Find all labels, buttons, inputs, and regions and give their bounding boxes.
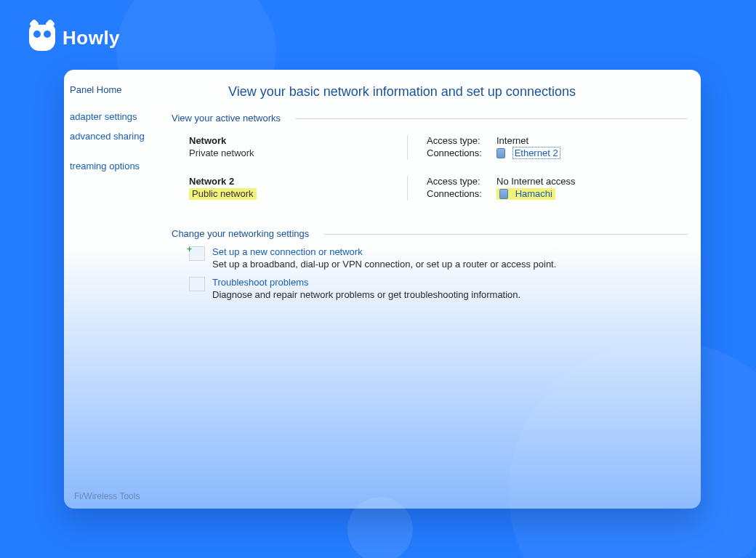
main-content: View your basic network information and … <box>166 70 701 509</box>
network-type: Public network <box>189 188 407 199</box>
nic-icon <box>499 189 508 199</box>
active-networks-header: View your active networks <box>172 113 688 124</box>
sidebar-item-streaming[interactable]: treaming options <box>64 156 161 176</box>
connection-link-ethernet[interactable]: Ethernet 2 <box>512 147 560 159</box>
connections-label: Connections: <box>427 188 496 199</box>
access-type-label: Access type: <box>427 176 496 187</box>
network-name: Network 2 <box>189 176 407 187</box>
network-type: Private network <box>189 147 407 158</box>
sidebar: Panel Home adapter settings advanced sha… <box>64 70 166 509</box>
owl-icon <box>29 25 55 51</box>
sidebar-item-adapter[interactable]: adapter settings <box>64 107 161 126</box>
brand-word: Howly <box>63 27 120 49</box>
active-networks: Network Private network Access type: Int… <box>172 131 688 212</box>
footer-text: Fi/Wireless Tools <box>74 491 140 501</box>
setting-link[interactable]: Troubleshoot problems <box>212 277 520 288</box>
network-row: Network Private network Access type: Int… <box>172 131 688 171</box>
new-connection-icon <box>189 246 205 261</box>
change-settings-header: Change your networking settings <box>172 228 688 239</box>
nic-icon <box>496 148 505 158</box>
setting-desc: Set up a broadband, dial-up or VPN conne… <box>212 259 556 270</box>
setting-new-connection: Set up a new connection or network Set u… <box>189 246 688 270</box>
setting-troubleshoot: Troubleshoot problems Diagnose and repai… <box>189 277 688 300</box>
sidebar-item-sharing[interactable]: advanced sharing <box>64 126 161 146</box>
network-row: Network 2 Public network Access type: No… <box>172 171 688 212</box>
access-type-value: No Internet access <box>496 176 575 187</box>
networking-settings: Set up a new connection or network Set u… <box>189 246 688 300</box>
network-name: Network <box>189 135 407 146</box>
brand-logo: Howly <box>29 25 120 51</box>
access-type-value: Internet <box>496 135 528 146</box>
setting-link[interactable]: Set up a new connection or network <box>212 246 556 257</box>
control-panel-window: Panel Home adapter settings advanced sha… <box>64 70 701 509</box>
connection-link-hamachi[interactable]: Hamachi <box>515 188 552 199</box>
sidebar-home[interactable]: Panel Home <box>64 80 161 100</box>
access-type-label: Access type: <box>427 135 496 146</box>
setting-desc: Diagnose and repair network problems or … <box>212 289 520 300</box>
troubleshoot-icon <box>189 277 205 291</box>
page-title: View your basic network information and … <box>228 84 688 100</box>
connections-label: Connections: <box>427 147 496 158</box>
